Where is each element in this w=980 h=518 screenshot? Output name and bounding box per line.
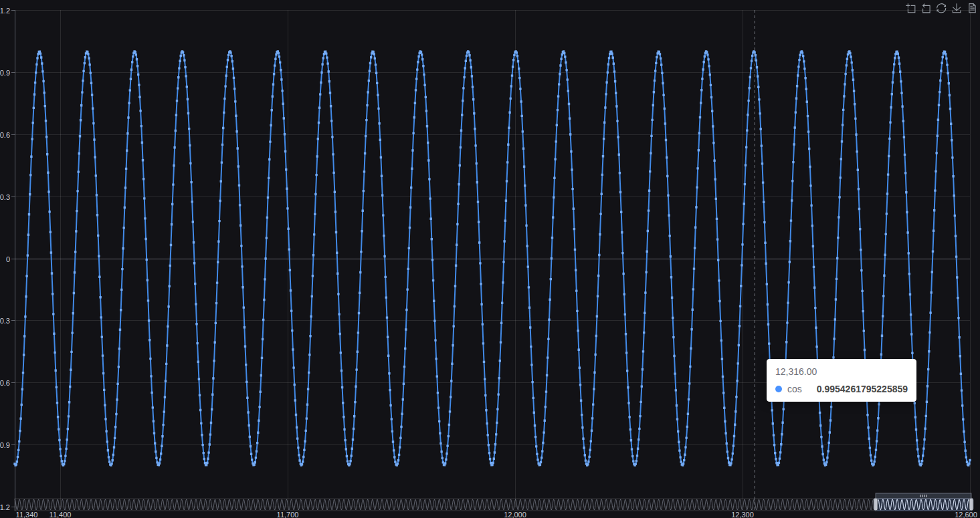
- y-axis-label: 0: [6, 255, 10, 263]
- x-axis-label: 12,000: [504, 511, 526, 518]
- series-marker-dot: [775, 386, 782, 392]
- x-axis-label: 12,600: [955, 511, 977, 518]
- y-axis-label: 0.9: [0, 69, 10, 77]
- y-axis-label: -0.6: [0, 379, 10, 387]
- plot-area[interactable]: [15, 10, 970, 507]
- x-axis-label: 11,340: [16, 511, 38, 518]
- toolbox: [905, 3, 977, 13]
- tooltip-series-name: cos: [787, 382, 802, 396]
- chart-canvas[interactable]: 1.20.90.60.30-0.3-0.6-0.9-1.211,34011,40…: [0, 0, 980, 518]
- y-axis-label: 0.6: [0, 131, 10, 139]
- save-image-icon[interactable]: [951, 3, 962, 13]
- y-axis-label: -0.9: [0, 441, 10, 449]
- box-zoom-icon[interactable]: [905, 3, 916, 13]
- tooltip-axis-value: 12,316.00: [775, 365, 908, 378]
- x-axis-label: 12,300: [731, 511, 754, 518]
- x-axis-label: 11,400: [50, 511, 72, 518]
- tooltip: 12,316.00 cos 0.9954261795225859: [767, 359, 916, 402]
- chart[interactable]: 1.20.90.60.30-0.3-0.6-0.9-1.211,34011,40…: [0, 0, 980, 518]
- y-axis-label: 0.3: [0, 193, 10, 201]
- restore-icon[interactable]: [936, 3, 947, 13]
- tooltip-series-value: 0.9954261795225859: [817, 382, 908, 396]
- zoom-reset-icon[interactable]: [920, 3, 931, 13]
- y-axis-label: -0.3: [0, 317, 10, 325]
- tooltip-series-row: cos 0.9954261795225859: [775, 382, 908, 396]
- data-view-icon[interactable]: [967, 3, 977, 13]
- y-axis-label: 1.2: [0, 7, 10, 15]
- y-axis-label: -1.2: [0, 503, 10, 511]
- x-axis-label: 11,700: [277, 511, 299, 518]
